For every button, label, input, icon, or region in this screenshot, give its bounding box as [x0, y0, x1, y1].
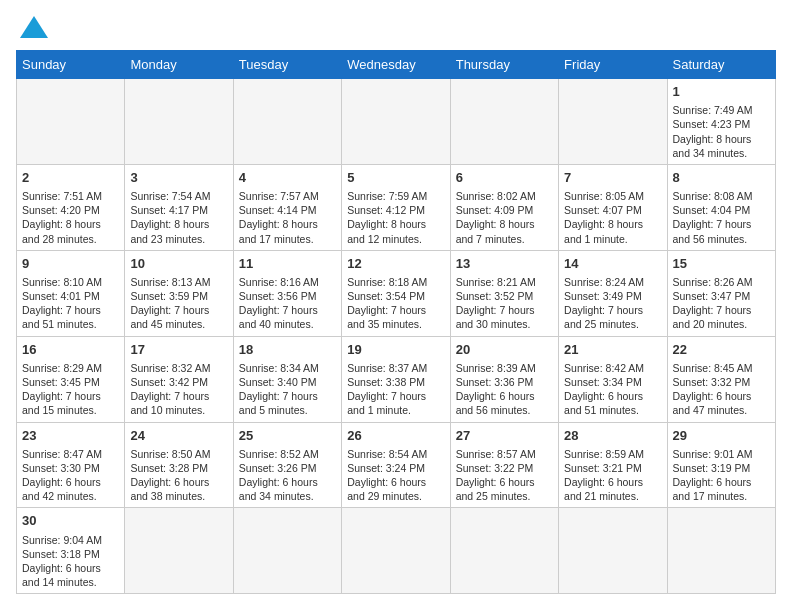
- day-number: 10: [130, 255, 227, 273]
- day-info: Sunrise: 8:05 AM Sunset: 4:07 PM Dayligh…: [564, 189, 661, 246]
- calendar-cell: [233, 508, 341, 594]
- calendar-cell: 10Sunrise: 8:13 AM Sunset: 3:59 PM Dayli…: [125, 250, 233, 336]
- calendar-cell: [17, 79, 125, 165]
- calendar-cell: 27Sunrise: 8:57 AM Sunset: 3:22 PM Dayli…: [450, 422, 558, 508]
- calendar-cell: 19Sunrise: 8:37 AM Sunset: 3:38 PM Dayli…: [342, 336, 450, 422]
- day-number: 9: [22, 255, 119, 273]
- calendar-cell: 24Sunrise: 8:50 AM Sunset: 3:28 PM Dayli…: [125, 422, 233, 508]
- calendar-cell: [450, 79, 558, 165]
- calendar-cell: 17Sunrise: 8:32 AM Sunset: 3:42 PM Dayli…: [125, 336, 233, 422]
- weekday-header-row: SundayMondayTuesdayWednesdayThursdayFrid…: [17, 51, 776, 79]
- day-number: 25: [239, 427, 336, 445]
- calendar-cell: 18Sunrise: 8:34 AM Sunset: 3:40 PM Dayli…: [233, 336, 341, 422]
- week-row-0: 1Sunrise: 7:49 AM Sunset: 4:23 PM Daylig…: [17, 79, 776, 165]
- weekday-header-tuesday: Tuesday: [233, 51, 341, 79]
- svg-marker-0: [20, 16, 48, 38]
- calendar-cell: 7Sunrise: 8:05 AM Sunset: 4:07 PM Daylig…: [559, 164, 667, 250]
- weekday-header-wednesday: Wednesday: [342, 51, 450, 79]
- calendar-cell: 15Sunrise: 8:26 AM Sunset: 3:47 PM Dayli…: [667, 250, 775, 336]
- calendar: SundayMondayTuesdayWednesdayThursdayFrid…: [16, 50, 776, 594]
- day-info: Sunrise: 8:42 AM Sunset: 3:34 PM Dayligh…: [564, 361, 661, 418]
- calendar-cell: [559, 79, 667, 165]
- day-number: 30: [22, 512, 119, 530]
- calendar-cell: 3Sunrise: 7:54 AM Sunset: 4:17 PM Daylig…: [125, 164, 233, 250]
- day-info: Sunrise: 8:47 AM Sunset: 3:30 PM Dayligh…: [22, 447, 119, 504]
- calendar-cell: 28Sunrise: 8:59 AM Sunset: 3:21 PM Dayli…: [559, 422, 667, 508]
- day-number: 4: [239, 169, 336, 187]
- day-info: Sunrise: 8:24 AM Sunset: 3:49 PM Dayligh…: [564, 275, 661, 332]
- day-number: 23: [22, 427, 119, 445]
- day-info: Sunrise: 8:50 AM Sunset: 3:28 PM Dayligh…: [130, 447, 227, 504]
- day-info: Sunrise: 8:08 AM Sunset: 4:04 PM Dayligh…: [673, 189, 770, 246]
- calendar-cell: 8Sunrise: 8:08 AM Sunset: 4:04 PM Daylig…: [667, 164, 775, 250]
- day-number: 19: [347, 341, 444, 359]
- calendar-cell: 5Sunrise: 7:59 AM Sunset: 4:12 PM Daylig…: [342, 164, 450, 250]
- day-info: Sunrise: 8:37 AM Sunset: 3:38 PM Dayligh…: [347, 361, 444, 418]
- day-info: Sunrise: 7:51 AM Sunset: 4:20 PM Dayligh…: [22, 189, 119, 246]
- week-row-5: 30Sunrise: 9:04 AM Sunset: 3:18 PM Dayli…: [17, 508, 776, 594]
- day-number: 16: [22, 341, 119, 359]
- day-info: Sunrise: 8:26 AM Sunset: 3:47 PM Dayligh…: [673, 275, 770, 332]
- week-row-2: 9Sunrise: 8:10 AM Sunset: 4:01 PM Daylig…: [17, 250, 776, 336]
- logo-icon: [20, 16, 48, 38]
- calendar-cell: [125, 79, 233, 165]
- day-number: 1: [673, 83, 770, 101]
- day-number: 22: [673, 341, 770, 359]
- day-number: 14: [564, 255, 661, 273]
- calendar-cell: 29Sunrise: 9:01 AM Sunset: 3:19 PM Dayli…: [667, 422, 775, 508]
- calendar-cell: 14Sunrise: 8:24 AM Sunset: 3:49 PM Dayli…: [559, 250, 667, 336]
- day-number: 18: [239, 341, 336, 359]
- day-info: Sunrise: 7:54 AM Sunset: 4:17 PM Dayligh…: [130, 189, 227, 246]
- calendar-cell: 22Sunrise: 8:45 AM Sunset: 3:32 PM Dayli…: [667, 336, 775, 422]
- day-number: 8: [673, 169, 770, 187]
- calendar-cell: [342, 508, 450, 594]
- day-info: Sunrise: 8:21 AM Sunset: 3:52 PM Dayligh…: [456, 275, 553, 332]
- calendar-cell: 20Sunrise: 8:39 AM Sunset: 3:36 PM Dayli…: [450, 336, 558, 422]
- day-number: 17: [130, 341, 227, 359]
- day-info: Sunrise: 8:59 AM Sunset: 3:21 PM Dayligh…: [564, 447, 661, 504]
- calendar-cell: [450, 508, 558, 594]
- day-number: 20: [456, 341, 553, 359]
- weekday-header-friday: Friday: [559, 51, 667, 79]
- logo: [16, 16, 48, 38]
- day-number: 24: [130, 427, 227, 445]
- day-number: 6: [456, 169, 553, 187]
- day-number: 11: [239, 255, 336, 273]
- calendar-cell: 30Sunrise: 9:04 AM Sunset: 3:18 PM Dayli…: [17, 508, 125, 594]
- day-info: Sunrise: 8:34 AM Sunset: 3:40 PM Dayligh…: [239, 361, 336, 418]
- day-number: 3: [130, 169, 227, 187]
- calendar-cell: 11Sunrise: 8:16 AM Sunset: 3:56 PM Dayli…: [233, 250, 341, 336]
- day-number: 21: [564, 341, 661, 359]
- week-row-1: 2Sunrise: 7:51 AM Sunset: 4:20 PM Daylig…: [17, 164, 776, 250]
- calendar-cell: [667, 508, 775, 594]
- calendar-cell: 12Sunrise: 8:18 AM Sunset: 3:54 PM Dayli…: [342, 250, 450, 336]
- day-number: 15: [673, 255, 770, 273]
- day-info: Sunrise: 8:16 AM Sunset: 3:56 PM Dayligh…: [239, 275, 336, 332]
- calendar-cell: 26Sunrise: 8:54 AM Sunset: 3:24 PM Dayli…: [342, 422, 450, 508]
- week-row-3: 16Sunrise: 8:29 AM Sunset: 3:45 PM Dayli…: [17, 336, 776, 422]
- day-number: 27: [456, 427, 553, 445]
- day-info: Sunrise: 7:49 AM Sunset: 4:23 PM Dayligh…: [673, 103, 770, 160]
- day-info: Sunrise: 8:57 AM Sunset: 3:22 PM Dayligh…: [456, 447, 553, 504]
- calendar-cell: [125, 508, 233, 594]
- calendar-cell: 9Sunrise: 8:10 AM Sunset: 4:01 PM Daylig…: [17, 250, 125, 336]
- day-number: 2: [22, 169, 119, 187]
- week-row-4: 23Sunrise: 8:47 AM Sunset: 3:30 PM Dayli…: [17, 422, 776, 508]
- calendar-cell: 16Sunrise: 8:29 AM Sunset: 3:45 PM Dayli…: [17, 336, 125, 422]
- day-info: Sunrise: 8:32 AM Sunset: 3:42 PM Dayligh…: [130, 361, 227, 418]
- day-info: Sunrise: 8:39 AM Sunset: 3:36 PM Dayligh…: [456, 361, 553, 418]
- calendar-cell: 13Sunrise: 8:21 AM Sunset: 3:52 PM Dayli…: [450, 250, 558, 336]
- day-info: Sunrise: 8:52 AM Sunset: 3:26 PM Dayligh…: [239, 447, 336, 504]
- day-info: Sunrise: 7:57 AM Sunset: 4:14 PM Dayligh…: [239, 189, 336, 246]
- day-number: 13: [456, 255, 553, 273]
- day-info: Sunrise: 8:29 AM Sunset: 3:45 PM Dayligh…: [22, 361, 119, 418]
- weekday-header-saturday: Saturday: [667, 51, 775, 79]
- day-number: 5: [347, 169, 444, 187]
- calendar-cell: 1Sunrise: 7:49 AM Sunset: 4:23 PM Daylig…: [667, 79, 775, 165]
- calendar-cell: 21Sunrise: 8:42 AM Sunset: 3:34 PM Dayli…: [559, 336, 667, 422]
- calendar-cell: [559, 508, 667, 594]
- day-info: Sunrise: 8:13 AM Sunset: 3:59 PM Dayligh…: [130, 275, 227, 332]
- day-number: 26: [347, 427, 444, 445]
- day-number: 29: [673, 427, 770, 445]
- day-number: 28: [564, 427, 661, 445]
